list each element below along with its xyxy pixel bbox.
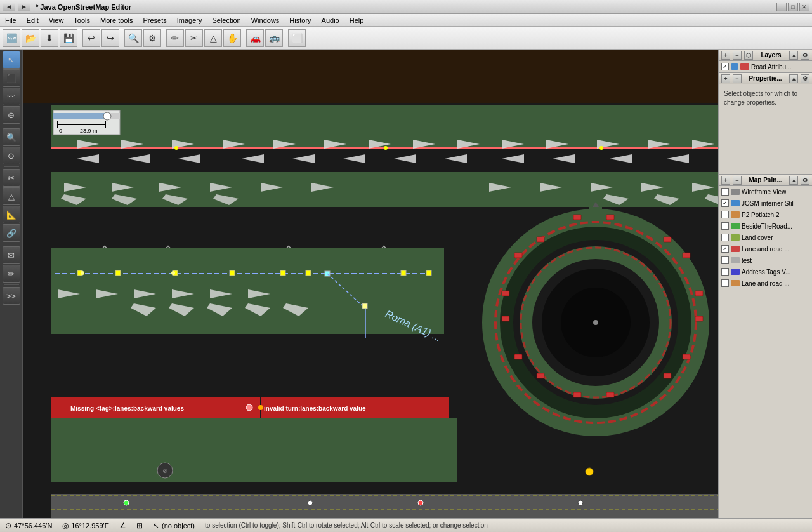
- layers-remove-button[interactable]: −: [733, 51, 742, 60]
- mappaint-checkbox-0[interactable]: [721, 188, 729, 196]
- more-tools[interactable]: >>: [3, 287, 20, 305]
- mappaint-item-1[interactable]: JOSM-interner Stil: [719, 197, 812, 209]
- properties-collapse-button[interactable]: ▴: [789, 74, 798, 83]
- mappaint-item-6[interactable]: test: [719, 255, 812, 266]
- menu-item-presets[interactable]: Presets: [138, 15, 171, 25]
- menu-item-tools[interactable]: Tools: [69, 15, 95, 25]
- mappaint-item-7[interactable]: Address Tags V...: [719, 266, 812, 277]
- mappaint-icon-4: [731, 234, 740, 241]
- svg-point-122: [586, 468, 593, 475]
- properties-add-button[interactable]: +: [721, 74, 730, 83]
- mappaint-item-5[interactable]: Lane and road ...: [719, 243, 812, 255]
- mappaint-settings-button[interactable]: ⚙: [801, 176, 809, 185]
- mappaint-remove-button[interactable]: −: [733, 176, 742, 185]
- layers-settings-button[interactable]: ⚙: [801, 51, 809, 60]
- svg-rect-64: [230, 270, 235, 276]
- mappaint-checkbox-8[interactable]: [721, 279, 729, 287]
- mappaint-checkbox-5[interactable]: [721, 245, 729, 253]
- measure-tool[interactable]: 📐: [3, 206, 20, 223]
- mappaint-item-8[interactable]: Lane and road ...: [719, 277, 812, 289]
- mappaint-item-4[interactable]: Land cover: [719, 232, 812, 243]
- new-button[interactable]: 🆕: [3, 29, 20, 47]
- mappaint-checkbox-1[interactable]: [721, 199, 729, 207]
- mappaint-checkbox-4[interactable]: [721, 234, 729, 241]
- mappaint-checkbox-6[interactable]: [721, 256, 729, 264]
- mappaint-icon-5: [731, 246, 740, 252]
- menu-item-help[interactable]: Help: [344, 15, 369, 25]
- properties-settings-button[interactable]: ⚙: [801, 74, 809, 83]
- sep3: [162, 29, 165, 47]
- mappaint-collapse-button[interactable]: ▴: [789, 176, 798, 185]
- svg-rect-1: [23, 50, 718, 103]
- edit1-button[interactable]: ✏: [166, 29, 184, 47]
- layer-checkbox-road[interactable]: [721, 63, 729, 70]
- close-button[interactable]: ✕: [799, 3, 809, 11]
- undo-button[interactable]: ↩: [82, 29, 100, 47]
- select-tool[interactable]: ↖: [3, 51, 20, 69]
- menu-item-audio[interactable]: Audio: [317, 15, 344, 25]
- mappaint-checkbox-7[interactable]: [721, 268, 729, 276]
- menu-item-imagery[interactable]: Imagery: [172, 15, 207, 25]
- svg-rect-105: [537, 373, 544, 378]
- nav-forward-button[interactable]: ►: [18, 3, 30, 11]
- mappaint-panel: + − Map Pain... ▴ ⚙ Wireframe ViewJOSM-i…: [719, 175, 812, 518]
- mappaint-panel-header: + − Map Pain... ▴ ⚙: [719, 175, 812, 186]
- mappaint-item-3[interactable]: BesideTheRoad...: [719, 220, 812, 232]
- draw-tool[interactable]: ✏: [3, 265, 20, 283]
- line-tool[interactable]: 〰: [3, 88, 20, 105]
- layers-add-button[interactable]: +: [721, 51, 730, 60]
- layers-duplicate-button[interactable]: ⬡: [744, 51, 753, 60]
- download-button[interactable]: ⬇: [41, 29, 58, 47]
- mappaint-name-5: Lane and road ...: [742, 246, 790, 253]
- edit2-button[interactable]: ✂: [185, 29, 203, 47]
- car-button[interactable]: 🚗: [246, 29, 264, 47]
- save-button[interactable]: 💾: [60, 29, 77, 47]
- mappaint-checkbox-2[interactable]: [721, 211, 729, 218]
- map-canvas[interactable]: Roma (A1) ...: [23, 50, 718, 518]
- pan-button[interactable]: ✋: [223, 29, 241, 47]
- svg-point-128: [418, 500, 423, 505]
- svg-rect-98: [683, 253, 690, 258]
- mappaint-checkbox-3[interactable]: [721, 222, 729, 230]
- edit3-button[interactable]: △: [204, 29, 222, 47]
- open-button[interactable]: 📂: [22, 29, 39, 47]
- svg-rect-107: [502, 316, 509, 321]
- zoom-fit-button[interactable]: 🔍: [124, 29, 142, 47]
- settings-button[interactable]: ⚙: [143, 29, 161, 47]
- menu-item-windows[interactable]: Windows: [246, 15, 285, 25]
- layers-collapse-button[interactable]: ▴: [789, 51, 798, 60]
- node-tool[interactable]: ⊕: [3, 106, 20, 124]
- bus-button[interactable]: 🚌: [265, 29, 283, 47]
- svg-point-32: [599, 146, 603, 150]
- zoom-tool[interactable]: 🔍: [3, 128, 20, 146]
- menu-item-edit[interactable]: Edit: [22, 15, 44, 25]
- menu-item-selection[interactable]: Selection: [207, 15, 246, 25]
- sep4: [242, 29, 245, 47]
- mappaint-add-button[interactable]: +: [721, 176, 730, 185]
- minimize-button[interactable]: _: [776, 3, 787, 11]
- menu-item-view[interactable]: View: [44, 15, 69, 25]
- connect-tool[interactable]: 🔗: [3, 224, 20, 242]
- redo-button[interactable]: ↪: [102, 29, 119, 47]
- improve-tool[interactable]: △: [3, 187, 20, 205]
- menu-item-file[interactable]: File: [0, 15, 22, 25]
- maximize-button[interactable]: □: [788, 3, 798, 11]
- layer-item-road[interactable]: Road Attribu...: [719, 61, 812, 72]
- nav-back-button[interactable]: ◄: [3, 3, 15, 11]
- area-tool[interactable]: ⬛: [3, 69, 20, 87]
- svg-rect-109: [514, 253, 522, 258]
- menu-item-more-tools[interactable]: More tools: [95, 15, 138, 25]
- sep1: [4, 126, 19, 126]
- misc-button[interactable]: ⬜: [288, 29, 306, 47]
- map-area[interactable]: Roma (A1) ...: [23, 50, 718, 518]
- audio-tool[interactable]: ⊙: [3, 147, 20, 164]
- mappaint-item-2[interactable]: P2 Potlatch 2: [719, 209, 812, 220]
- properties-remove-button[interactable]: −: [733, 74, 742, 83]
- menu-item-history[interactable]: History: [284, 15, 316, 25]
- properties-title: Propertie...: [744, 75, 787, 82]
- left-toolbox: ↖⬛〰⊕🔍⊙✂△📐🔗✉✏>>: [0, 50, 23, 518]
- note-tool[interactable]: ✉: [3, 246, 20, 264]
- layer-visibility-road[interactable]: [731, 63, 738, 70]
- mappaint-item-0[interactable]: Wireframe View: [719, 186, 812, 197]
- split-tool[interactable]: ✂: [3, 169, 20, 187]
